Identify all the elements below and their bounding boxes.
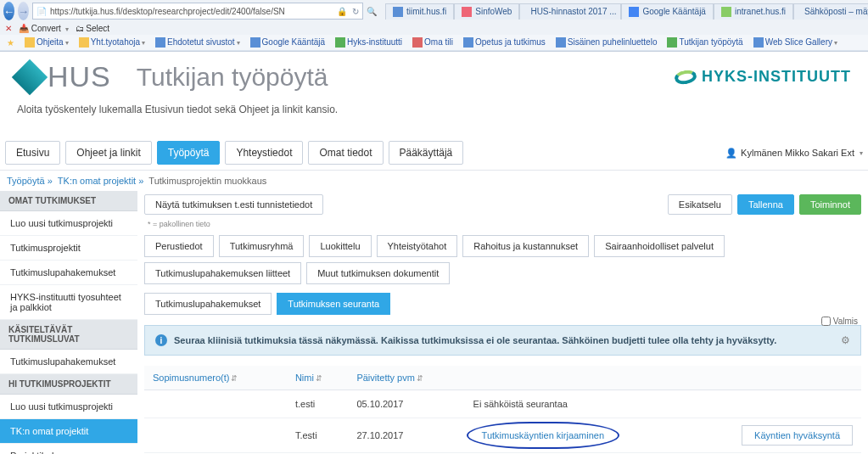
- fav-link[interactable]: Web Slice Gallery▾: [753, 37, 837, 48]
- tab-ohjeet[interactable]: Ohjeet ja linkit: [65, 141, 151, 165]
- valmis-label: Valmis: [833, 317, 858, 326]
- subtab-seuranta[interactable]: Tutkimuksen seuranta: [277, 293, 390, 315]
- tab-yhteystiedot[interactable]: Yhteystiedot: [225, 141, 303, 165]
- sidebar: OMAT TUTKIMUKSET Luo uusi tutkimusprojek…: [0, 191, 137, 454]
- sort-icon: ⇵: [231, 374, 238, 383]
- tab-omat[interactable]: Omat tiedot: [308, 141, 383, 165]
- sidebar-item-hyks[interactable]: HYKS-instituutti tyosuhteet ja palkkiot: [0, 285, 137, 320]
- close-icon[interactable]: ✕: [5, 24, 12, 33]
- col-pvm[interactable]: Päivitetty pvm⇵: [348, 366, 464, 390]
- main-nav: Etusivu Ohjeet ja linkit Työpöytä Yhteys…: [0, 141, 868, 171]
- url-text: https://tutkija.hus.fi/desktop/researchp…: [50, 7, 285, 16]
- convert-menu[interactable]: 📥 Convert ▾: [19, 24, 69, 33]
- gear-icon[interactable]: ⚙: [841, 334, 850, 346]
- subtab-lupahakemukset[interactable]: Tutkimuslupahakemukset: [144, 293, 272, 315]
- lock-icon: 🔒: [337, 7, 347, 16]
- page-header: HUS Tutkijan työpöytä HYKS-INSTITUUTT: [0, 52, 868, 97]
- fav-link[interactable]: Ehdotetut sivustot▾: [155, 37, 240, 48]
- sidebar-section: KÄSITELTÄVÄT TUTKIMUSLUVAT: [0, 320, 137, 350]
- table-row: t.esti 05.10.2017 Ei sähköistä seurantaa: [144, 390, 861, 418]
- subtab-perustiedot[interactable]: Perustiedot: [144, 235, 214, 257]
- breadcrumb: Työpöytä » TK:n omat projektit » Tutkimu…: [0, 171, 868, 191]
- preview-button[interactable]: Esikatselu: [668, 194, 732, 215]
- sub-tabs: Perustiedot Tutkimusryhmä Luokittelu Yht…: [144, 235, 861, 315]
- breadcrumb-current: Tutkimusprojektin muokkaus: [148, 176, 266, 186]
- forward-button[interactable]: →: [18, 2, 29, 20]
- fav-link[interactable]: Opetus ja tutkimus: [463, 37, 546, 48]
- address-bar[interactable]: 📄 https://tutkija.hus.fi/desktop/researc…: [32, 3, 363, 20]
- fav-link[interactable]: Sisäinen puhelinluettelo: [556, 37, 658, 48]
- search-icon[interactable]: 🔍: [367, 7, 377, 16]
- sidebar-item-apps[interactable]: Tutkimuslupahakemukset: [0, 261, 137, 285]
- sort-icon: ⇵: [316, 374, 322, 383]
- cell-pvm: 27.10.2017: [348, 418, 464, 453]
- fav-link[interactable]: Google Kääntäjä: [250, 37, 326, 48]
- sidebar-item-haku[interactable]: Projektihaku: [0, 444, 137, 454]
- hyks-mark-icon: [674, 69, 697, 86]
- sidebar-item-new2[interactable]: Luo uusi tutkimusprojekti: [0, 395, 137, 419]
- fav-link[interactable]: Yht.tyotahoja▾: [79, 37, 145, 48]
- cell-nimi: T.esti: [287, 418, 348, 453]
- sidebar-item-new[interactable]: Luo uusi tutkimusprojekti: [0, 211, 137, 236]
- browser-chrome: ← → 📄 https://tutkija.hus.fi/desktop/res…: [0, 0, 868, 52]
- fav-link[interactable]: Hyks-instituutti: [335, 37, 402, 48]
- user-menu[interactable]: 👤 Kylmänen Mikko Sakari Ext ▾: [725, 148, 863, 159]
- select-menu[interactable]: 🗂 Select: [76, 24, 110, 33]
- cell-status: Ei sähköistä seurantaa: [465, 390, 683, 418]
- browser-tab[interactable]: Google Kääntäjä: [621, 3, 714, 20]
- back-button[interactable]: ←: [3, 2, 14, 20]
- save-button[interactable]: Tallenna: [737, 194, 794, 215]
- tracking-table: Sopimusnumero(t)⇵ Nimi⇵ Päivitetty pvm⇵ …: [144, 366, 861, 453]
- sidebar-item-apps2[interactable]: Tutkimuslupahakemukset: [0, 350, 137, 374]
- browser-tab[interactable]: intranet.hus.fi: [714, 3, 793, 20]
- tab-etusivu[interactable]: Etusivu: [5, 141, 60, 165]
- col-status: [465, 366, 683, 390]
- chevron-down-icon: ▾: [860, 149, 863, 157]
- browser-tab[interactable]: HUS-hinnastot 2017 ...: [519, 3, 621, 20]
- subtab-muut[interactable]: Muut tutkimuksen dokumentit: [306, 262, 450, 284]
- info-bar: i Seuraa kliinisiä tutkimuksia tässä näk…: [144, 325, 861, 356]
- info-text: Seuraa kliinisiä tutkimuksia tässä näkym…: [174, 335, 776, 345]
- subtab-yhteistyotahot[interactable]: Yhteistyötahot: [377, 235, 458, 257]
- record-visits-link[interactable]: Tutkimuskäyntien kirjaaminen: [473, 427, 613, 444]
- actions-button[interactable]: Toiminnot: [799, 194, 861, 215]
- subtab-ryhma[interactable]: Tutkimusryhmä: [219, 235, 305, 257]
- favorites-icon[interactable]: ★: [7, 38, 14, 48]
- user-icon: 👤: [725, 148, 737, 159]
- cell-nimi: t.esti: [287, 390, 348, 418]
- browser-tab[interactable]: Sähköposti – mäylm...: [793, 3, 868, 20]
- sidebar-item-projects[interactable]: Tutkimusprojektit: [0, 236, 137, 261]
- breadcrumb-link[interactable]: TK:n omat projektit »: [58, 176, 144, 186]
- table-row: T.esti 27.10.2017 Tutkimuskäyntien kirja…: [144, 418, 861, 453]
- col-sopimusnumero[interactable]: Sopimusnumero(t)⇵: [144, 366, 287, 390]
- breadcrumb-link[interactable]: Työpöytä »: [7, 176, 53, 186]
- subtab-rahoitus[interactable]: Rahoitus ja kustannukset: [462, 235, 589, 257]
- content: Näytä tutkimuksen t.esti tunnistetiedot …: [137, 191, 868, 454]
- hyks-logo: HYKS-INSTITUUTT: [675, 68, 851, 86]
- subtab-liitteet[interactable]: Tutkimuslupahakemuksen liitteet: [144, 262, 301, 284]
- browser-tab[interactable]: SinfoWeb: [454, 3, 519, 20]
- sidebar-item-tk-omat[interactable]: TK:n omat projektit: [0, 419, 137, 444]
- intro-text: Aloita työskentely lukemalla Etusivun ti…: [0, 97, 868, 141]
- subtab-luokittelu[interactable]: Luokittelu: [309, 235, 371, 257]
- col-nimi[interactable]: Nimi⇵: [287, 366, 348, 390]
- subtab-sairaanhoito[interactable]: Sairaanhoidolliset palvelut: [594, 235, 725, 257]
- info-icon: i: [155, 334, 167, 346]
- cell-pvm: 05.10.2017: [348, 390, 464, 418]
- tab-paakayttaja[interactable]: Pääkäyttäjä: [389, 141, 464, 165]
- browser-tab[interactable]: tiimit.hus.fi: [385, 3, 454, 20]
- fav-link[interactable]: Tutkijan työpöytä: [667, 37, 742, 48]
- col-action: [683, 366, 861, 390]
- show-ids-button[interactable]: Näytä tutkimuksen t.esti tunnistetiedot: [144, 194, 323, 215]
- approve-visits-button[interactable]: Käyntien hyväksyntä: [742, 425, 853, 446]
- sort-icon: ⇵: [417, 374, 423, 383]
- sidebar-section: HI TUTKIMUSPROJEKTIT: [0, 374, 137, 395]
- refresh-icon[interactable]: ↻: [352, 7, 359, 16]
- favorites-bar: ★ Ohjeita▾ Yht.tyotahoja▾ Ehdotetut sivu…: [0, 35, 868, 51]
- fav-link[interactable]: Ohjeita▾: [25, 37, 69, 48]
- hus-logo: HUS: [17, 60, 111, 93]
- fav-link[interactable]: Oma tili: [412, 37, 453, 48]
- mandatory-note: * = pakollinen tieto: [144, 220, 861, 228]
- tab-tyopoyta[interactable]: Työpöytä: [157, 141, 221, 165]
- valmis-checkbox[interactable]: [821, 317, 831, 326]
